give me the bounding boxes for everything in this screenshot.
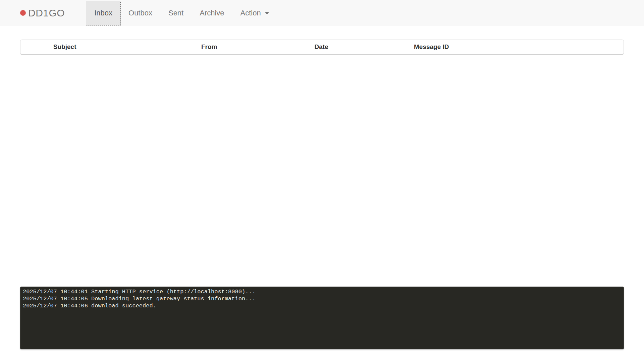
mailbox-header-row: Subject From Date Message ID bbox=[20, 40, 624, 54]
brand-link[interactable]: DD1GO bbox=[20, 7, 65, 19]
mailbox-table-panel: Subject From Date Message ID bbox=[20, 40, 624, 55]
brand-callsign: DD1GO bbox=[28, 7, 65, 19]
main-content: Subject From Date Message ID 2025/12/07 … bbox=[20, 40, 624, 349]
nav-item-inbox[interactable]: Inbox bbox=[86, 1, 120, 25]
console-log-line: 2025/12/07 10:44:06 download succeeded. bbox=[23, 302, 621, 309]
column-header-from: From bbox=[109, 40, 309, 54]
column-header-message-id: Message ID bbox=[333, 40, 529, 54]
nav-item-sent[interactable]: Sent bbox=[160, 1, 192, 25]
column-header-spacer bbox=[529, 40, 624, 54]
console-log-panel[interactable]: 2025/12/07 10:44:01 Starting HTTP servic… bbox=[20, 287, 624, 349]
action-dropdown-label: Action bbox=[240, 9, 261, 17]
nav-item-action-dropdown[interactable]: Action bbox=[232, 1, 277, 25]
mailbox-table: Subject From Date Message ID bbox=[20, 40, 624, 54]
top-navbar: DD1GO Inbox Outbox Sent Archive Action bbox=[0, 0, 644, 26]
console-log-line: 2025/12/07 10:44:01 Starting HTTP servic… bbox=[23, 288, 621, 295]
console-log-line: 2025/12/07 10:44:05 Downloading latest g… bbox=[23, 295, 621, 302]
column-header-date: Date bbox=[309, 40, 333, 54]
nav-item-outbox[interactable]: Outbox bbox=[120, 1, 160, 25]
nav-item-archive[interactable]: Archive bbox=[192, 1, 232, 25]
connection-status-dot-icon bbox=[20, 10, 26, 16]
column-header-subject: Subject bbox=[20, 40, 109, 54]
folder-nav: Inbox Outbox Sent Archive Action bbox=[86, 0, 277, 26]
caret-down-icon bbox=[265, 12, 269, 14]
